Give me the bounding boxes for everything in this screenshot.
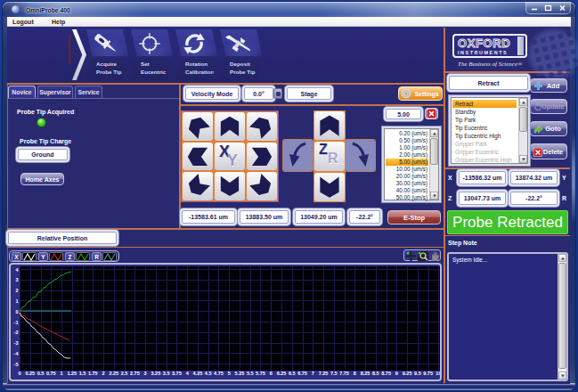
svg-text:8.75: 8.75 [381,371,391,376]
svg-text:5.5: 5.5 [247,371,254,376]
svg-text:7.25: 7.25 [319,371,329,376]
svg-text:8.5: 8.5 [372,371,379,376]
svg-text:9.25: 9.25 [403,371,412,376]
svg-text:0: 0 [15,309,18,314]
svg-text:10: 10 [436,371,440,376]
svg-text:6: 6 [270,371,273,376]
svg-text:2.25: 2.25 [109,371,118,376]
svg-text:4.25: 4.25 [193,371,203,376]
svg-text:2.5: 2.5 [121,371,128,376]
svg-text:-3: -3 [14,340,19,346]
svg-text:9: 9 [395,371,398,376]
svg-text:3.75: 3.75 [172,371,182,376]
svg-text:5: 5 [228,371,231,376]
svg-text:4: 4 [15,267,19,273]
svg-text:1.75: 1.75 [88,371,98,376]
svg-text:1.5: 1.5 [79,371,86,376]
svg-text:5.75: 5.75 [256,371,265,376]
svg-text:-4: -4 [14,351,20,356]
svg-text:2: 2 [102,371,105,376]
svg-text:1: 1 [61,371,63,376]
svg-text:4: 4 [186,371,190,376]
svg-text:6.5: 6.5 [289,371,296,376]
svg-text:2.75: 2.75 [130,371,140,376]
svg-text:0.75: 0.75 [46,371,56,376]
svg-text:0.25: 0.25 [25,371,35,376]
svg-text:8.25: 8.25 [361,371,370,376]
svg-text:1.25: 1.25 [67,371,77,376]
svg-text:6.25: 6.25 [277,371,287,376]
svg-text:7.5: 7.5 [330,371,338,376]
svg-text:3.5: 3.5 [163,371,170,376]
svg-text:4.5: 4.5 [205,371,212,376]
svg-text:2: 2 [15,288,18,293]
svg-text:5.25: 5.25 [235,371,245,376]
svg-text:3: 3 [144,371,147,376]
svg-text:1: 1 [15,298,18,304]
svg-text:8: 8 [354,371,356,376]
svg-text:-2: -2 [14,330,19,335]
svg-text:7: 7 [312,371,314,376]
svg-text:0.5: 0.5 [37,371,45,376]
svg-text:-5: -5 [14,362,19,367]
svg-text:3.25: 3.25 [151,371,161,376]
svg-text:9.5: 9.5 [414,371,421,376]
svg-text:-1: -1 [14,320,19,325]
svg-text:9.75: 9.75 [423,371,433,376]
svg-text:3: 3 [15,277,18,282]
svg-text:4.75: 4.75 [214,371,224,376]
svg-text:0: 0 [18,371,20,376]
svg-text:6.75: 6.75 [297,371,307,376]
svg-text:7.75: 7.75 [339,371,349,376]
